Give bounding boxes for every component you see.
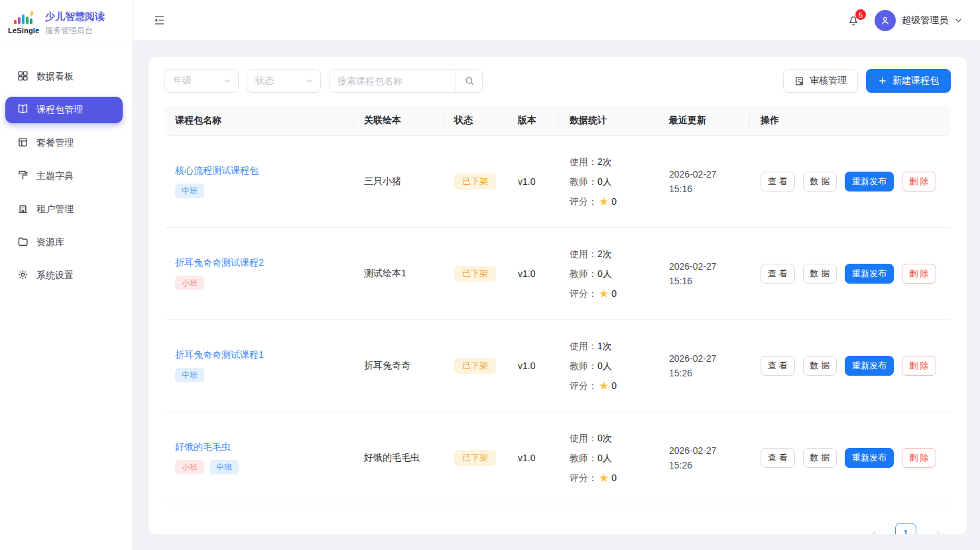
- audit-icon: [794, 76, 804, 86]
- sidebar-item-theme-dictionary[interactable]: 主题字典: [5, 163, 123, 190]
- sidebar-item-label: 套餐管理: [36, 137, 74, 149]
- grade-tag: 中班: [175, 184, 204, 198]
- updated-date: 2026-02-27: [669, 259, 739, 274]
- user-menu[interactable]: 超级管理员: [875, 10, 963, 31]
- teacher-value: 0人: [597, 448, 612, 468]
- updated-time: 15:26: [669, 458, 739, 472]
- column-header-actions: 操作: [750, 106, 951, 136]
- sidebar-item-system-settings[interactable]: 系统设置: [5, 262, 123, 289]
- republish-button[interactable]: 重新发布: [845, 172, 894, 192]
- view-button[interactable]: 查 看: [761, 356, 795, 376]
- create-package-button[interactable]: 新建课程包: [866, 69, 951, 93]
- data-button[interactable]: 数 据: [803, 356, 837, 376]
- rating-value: 0: [611, 284, 617, 303]
- book-cell: 三只小猪: [353, 136, 444, 228]
- package-name-link[interactable]: 折耳兔奇奇测试课程1: [175, 349, 264, 361]
- grade-tag: 小班: [175, 460, 204, 474]
- usage-label: 使用：: [570, 244, 597, 264]
- sidebar-item-label: 系统设置: [36, 270, 74, 282]
- chevron-down-icon: [954, 16, 963, 25]
- plus-icon: [878, 76, 887, 85]
- book-icon: [17, 103, 29, 117]
- notification-bell[interactable]: 5: [844, 11, 863, 30]
- building-icon: [17, 203, 29, 216]
- package-name-link[interactable]: 核心流程测试课程包: [175, 165, 259, 177]
- version-cell: v1.0: [507, 136, 559, 228]
- table-row: 折耳兔奇奇测试课程2 小班 测试绘本1 已下架 v1.0 使用：2次 教师：0人: [164, 228, 951, 320]
- grade-tag: 小班: [175, 276, 204, 290]
- delete-button[interactable]: 删 除: [902, 448, 936, 468]
- star-icon: ★: [599, 196, 609, 207]
- column-header-version: 版本: [507, 106, 559, 136]
- delete-button[interactable]: 删 除: [902, 356, 936, 376]
- rating-value: 0: [611, 192, 617, 211]
- sidebar-item-label: 主题字典: [36, 170, 74, 182]
- data-button[interactable]: 数 据: [803, 448, 837, 468]
- teacher-value: 0人: [597, 356, 612, 376]
- search-input[interactable]: [330, 70, 456, 92]
- chevron-down-icon: [223, 77, 231, 85]
- status-badge: 已下架: [454, 358, 496, 374]
- usage-label: 使用：: [570, 152, 597, 172]
- table-header-row: 课程包名称 关联绘本 状态 版本 数据统计 最近更新 操作: [164, 106, 951, 136]
- rating-label: 评分：: [570, 468, 597, 488]
- grade-filter-placeholder: 年级: [173, 75, 192, 87]
- table-row: 折耳兔奇奇测试课程1 中班 折耳兔奇奇 已下架 v1.0 使用：1次 教师：0人: [164, 320, 951, 412]
- brand-title: 少儿智慧阅读: [45, 10, 105, 23]
- status-filter-placeholder: 状态: [255, 75, 274, 87]
- search-button[interactable]: [456, 70, 482, 92]
- data-button[interactable]: 数 据: [803, 172, 837, 192]
- dashboard-icon: [17, 70, 29, 83]
- status-badge: 已下架: [454, 266, 496, 282]
- user-icon: [880, 15, 890, 26]
- updated-date: 2026-02-27: [669, 443, 739, 458]
- logo-text: LeSingle: [8, 27, 38, 34]
- pagination-next-icon[interactable]: [927, 523, 948, 534]
- pagination-prev-icon[interactable]: [863, 523, 885, 534]
- sidebar-item-label: 资源库: [36, 237, 64, 248]
- teacher-label: 教师：: [570, 356, 597, 376]
- audit-management-button[interactable]: 审核管理: [783, 69, 858, 93]
- audit-button-label: 审核管理: [810, 75, 847, 87]
- package-name-link[interactable]: 折耳兔奇奇测试课程2: [175, 257, 264, 269]
- star-icon: ★: [599, 380, 609, 392]
- avatar: [875, 10, 896, 31]
- sidebar-item-tenant-management[interactable]: 租户管理: [5, 196, 123, 223]
- republish-button[interactable]: 重新发布: [845, 264, 894, 284]
- folder-icon: [17, 236, 29, 249]
- view-button[interactable]: 查 看: [761, 264, 795, 284]
- republish-button[interactable]: 重新发布: [845, 356, 894, 376]
- usage-value: 0次: [597, 428, 612, 448]
- sidebar-item-dashboard[interactable]: 数据看板: [5, 64, 123, 90]
- column-header-stats: 数据统计: [559, 106, 658, 136]
- status-filter-select[interactable]: 状态: [247, 69, 321, 93]
- delete-button[interactable]: 删 除: [902, 172, 936, 192]
- package-name-link[interactable]: 好饿的毛毛虫: [175, 441, 231, 453]
- course-package-table: 课程包名称 关联绘本 状态 版本 数据统计 最近更新 操作: [164, 106, 951, 504]
- column-header-book: 关联绘本: [353, 106, 444, 136]
- republish-button[interactable]: 重新发布: [845, 448, 894, 468]
- sidebar-item-course-packages[interactable]: 课程包管理: [5, 97, 123, 123]
- search-icon: [464, 76, 475, 86]
- lesingle-logo: LeSingle: [8, 11, 38, 34]
- data-button[interactable]: 数 据: [803, 264, 837, 284]
- sidebar-item-resource-library[interactable]: 资源库: [5, 229, 123, 256]
- sidebar-item-label: 数据看板: [36, 71, 74, 83]
- rating-label: 评分：: [570, 376, 597, 396]
- pagination-page-1[interactable]: 1: [895, 523, 916, 534]
- grade-filter-select[interactable]: 年级: [164, 69, 239, 93]
- table-row: 好饿的毛毛虫 小班 中班 好饿的毛毛虫 已下架 v1.0 使用：0次: [164, 412, 951, 504]
- notification-count-badge: 5: [855, 9, 867, 21]
- column-header-name: 课程包名称: [164, 106, 353, 136]
- logo-bars-icon: [11, 11, 35, 26]
- updated-time: 15:26: [669, 366, 739, 380]
- rating-value: 0: [611, 376, 617, 396]
- book-cell: 测试绘本1: [353, 228, 444, 320]
- delete-button[interactable]: 删 除: [902, 264, 936, 284]
- view-button[interactable]: 查 看: [761, 172, 795, 192]
- sidebar-item-plan-management[interactable]: 套餐管理: [5, 130, 123, 156]
- updated-time: 15:16: [669, 274, 739, 288]
- version-cell: v1.0: [507, 320, 559, 412]
- menu-fold-icon[interactable]: [150, 11, 168, 30]
- view-button[interactable]: 查 看: [761, 448, 795, 468]
